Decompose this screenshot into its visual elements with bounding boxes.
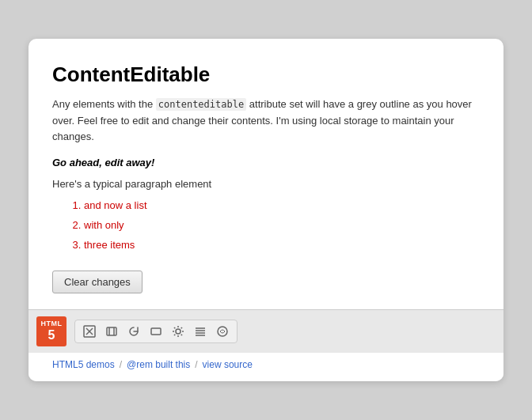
toolbar-icon-7[interactable]: [215, 324, 230, 339]
toolbar-icon-5[interactable]: [170, 324, 186, 339]
toolbar: HTML 5: [28, 309, 504, 353]
html5-number: 5: [48, 328, 55, 342]
svg-rect-3: [107, 327, 116, 335]
html5-badge-wrapper: HTML 5: [36, 316, 74, 346]
clear-changes-button[interactable]: Clear changes: [52, 271, 142, 293]
list-item[interactable]: three items: [84, 236, 480, 255]
view-source-link[interactable]: view source: [203, 359, 253, 370]
rem-built-link[interactable]: @rem built this: [127, 359, 190, 370]
html-text: HTML: [41, 320, 63, 327]
code-snippet: contenteditable: [156, 98, 246, 111]
html5-demos-link[interactable]: HTML5 demos: [52, 359, 115, 370]
footer-sep-1: /: [120, 359, 122, 370]
toolbar-icon-6[interactable]: [192, 324, 208, 339]
footer: HTML5 demos / @rem built this / view sou…: [28, 353, 504, 381]
svg-line-14: [181, 327, 182, 328]
toolbar-icons: [74, 320, 238, 343]
desc-text-1: Any elements with the: [52, 98, 156, 110]
go-ahead-text: Go ahead, edit away!: [52, 157, 480, 168]
svg-line-13: [181, 335, 182, 335]
svg-point-7: [176, 329, 180, 334]
toolbar-icon-2[interactable]: [104, 324, 120, 339]
html5-badge: HTML 5: [36, 316, 66, 346]
list-item[interactable]: with only: [84, 216, 480, 236]
list-container: and now a list with only three items: [68, 196, 480, 255]
paragraph-label: Here's a typical paragraph element: [52, 178, 480, 190]
toolbar-icon-1[interactable]: [82, 324, 97, 339]
description: Any elements with the contenteditable at…: [52, 96, 480, 146]
svg-line-12: [174, 327, 175, 328]
page-title: ContentEditable: [52, 62, 480, 87]
main-card: ContentEditable Any elements with the co…: [28, 39, 504, 381]
toolbar-icon-4[interactable]: [148, 324, 164, 339]
svg-rect-6: [151, 328, 161, 335]
toolbar-icon-3[interactable]: [126, 324, 142, 339]
svg-line-15: [174, 335, 175, 335]
svg-point-20: [218, 327, 227, 336]
list-item[interactable]: and now a list: [84, 196, 480, 216]
footer-sep-2: /: [195, 359, 197, 370]
ordered-list: and now a list with only three items: [68, 196, 480, 255]
